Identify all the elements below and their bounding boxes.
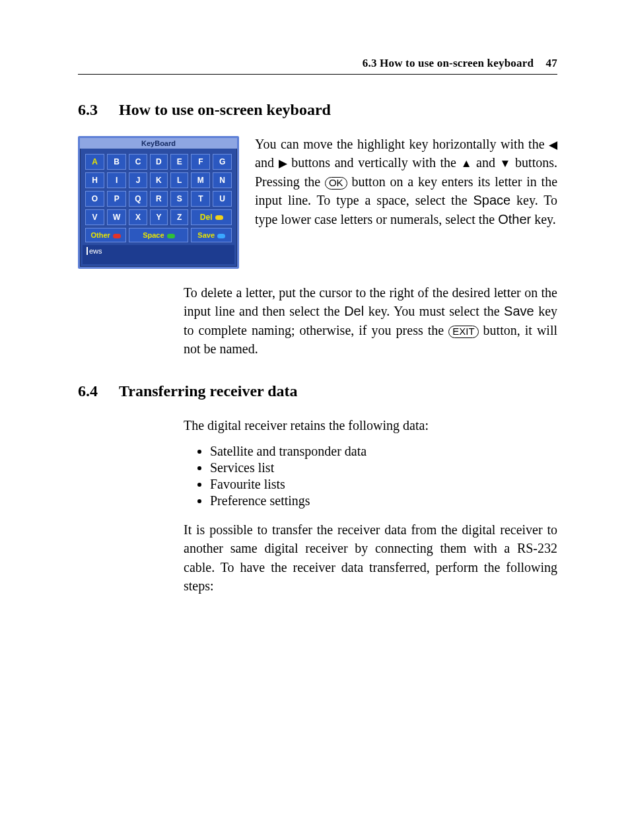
section-number: 6.3 bbox=[78, 101, 104, 119]
paragraph-6-3a: You can move the highlight key horizonta… bbox=[255, 135, 557, 228]
key-x: X bbox=[129, 209, 147, 225]
key-z: Z bbox=[170, 209, 188, 225]
onscreen-keyboard-figure: KeyBoard A B C D E F G H I J bbox=[78, 136, 239, 269]
other-keyname: Other bbox=[498, 212, 531, 227]
key-m: M bbox=[191, 172, 210, 188]
key-e: E bbox=[170, 154, 188, 170]
key-b: B bbox=[107, 154, 126, 170]
key-a: A bbox=[85, 154, 104, 170]
keyboard-title: KeyBoard bbox=[80, 138, 237, 149]
section-number: 6.4 bbox=[78, 382, 104, 400]
key-r: R bbox=[150, 191, 168, 207]
del-keyname: Del bbox=[344, 304, 364, 318]
list-item: Preference settings bbox=[210, 493, 557, 508]
section-heading-6-4: 6.4 Transferring receiver data bbox=[78, 382, 557, 400]
key-p: P bbox=[107, 191, 126, 207]
key-g: G bbox=[213, 154, 232, 170]
key-other-label: Other bbox=[90, 231, 110, 239]
key-k: K bbox=[150, 172, 168, 188]
paragraph-6-4-intro: The digital receiver retains the followi… bbox=[184, 416, 557, 435]
page: 6.3 How to use on-screen keyboard 47 6.3… bbox=[0, 0, 630, 840]
key-u: U bbox=[213, 191, 232, 207]
yellow-dot-icon bbox=[215, 215, 223, 220]
green-dot-icon bbox=[167, 234, 175, 238]
keyboard-grid: A B C D E F G H I J K L M bbox=[83, 151, 234, 245]
list-item: Satellite and transponder data bbox=[210, 444, 557, 459]
key-w: W bbox=[107, 209, 126, 225]
header-rule bbox=[78, 74, 557, 75]
list-item: Services list bbox=[210, 460, 557, 475]
key-del: Del bbox=[191, 209, 232, 225]
key-n: N bbox=[213, 172, 232, 188]
exit-keycap: EXIT bbox=[448, 326, 478, 339]
key-d: D bbox=[150, 154, 168, 170]
ok-keycap: OK bbox=[325, 177, 347, 190]
list-item: Favourite lists bbox=[210, 477, 557, 492]
key-c: C bbox=[129, 154, 147, 170]
triangle-left-icon: ◀ bbox=[549, 139, 557, 151]
paragraph-6-4-outro: It is possible to transfer the receiver … bbox=[184, 520, 557, 596]
running-title: 6.3 How to use on-screen keyboard bbox=[363, 57, 534, 69]
data-list: Satellite and transponder data Services … bbox=[78, 444, 557, 508]
running-header: 6.3 How to use on-screen keyboard 47 bbox=[78, 57, 557, 70]
section-title: How to use on-screen keyboard bbox=[119, 101, 331, 119]
triangle-up-icon: ▲ bbox=[461, 158, 472, 169]
key-space: Space bbox=[129, 228, 188, 242]
key-save-label: Save bbox=[197, 231, 215, 239]
keyboard-panel: KeyBoard A B C D E F G H I J bbox=[78, 136, 239, 269]
key-o: O bbox=[85, 191, 104, 207]
keyboard-input-line: ews bbox=[83, 245, 234, 264]
keyboard-and-text: KeyBoard A B C D E F G H I J bbox=[78, 136, 557, 269]
section-heading-6-3: 6.3 How to use on-screen keyboard bbox=[78, 101, 557, 119]
key-f: F bbox=[191, 154, 210, 170]
key-h: H bbox=[85, 172, 104, 188]
key-q: Q bbox=[129, 191, 147, 207]
key-del-label: Del bbox=[200, 213, 213, 222]
key-l: L bbox=[170, 172, 188, 188]
page-number: 47 bbox=[546, 57, 557, 69]
triangle-right-icon: ▶ bbox=[279, 158, 287, 169]
keyboard-input-value: ews bbox=[89, 247, 102, 255]
key-save: Save bbox=[191, 228, 232, 242]
red-dot-icon bbox=[113, 234, 121, 238]
key-other: Other bbox=[85, 228, 126, 242]
key-space-label: Space bbox=[143, 231, 164, 239]
key-s: S bbox=[170, 191, 188, 207]
triangle-down-icon: ▼ bbox=[500, 158, 511, 169]
key-j: J bbox=[129, 172, 147, 188]
paragraph-6-3b: To delete a letter, put the cursor to th… bbox=[184, 283, 557, 359]
space-keyname: Space bbox=[473, 193, 510, 207]
key-i: I bbox=[107, 172, 126, 188]
save-keyname: Save bbox=[504, 304, 534, 318]
key-t: T bbox=[191, 191, 210, 207]
key-v: V bbox=[85, 209, 104, 225]
key-y: Y bbox=[150, 209, 168, 225]
blue-dot-icon bbox=[217, 234, 225, 238]
section-title: Transferring receiver data bbox=[119, 382, 298, 400]
